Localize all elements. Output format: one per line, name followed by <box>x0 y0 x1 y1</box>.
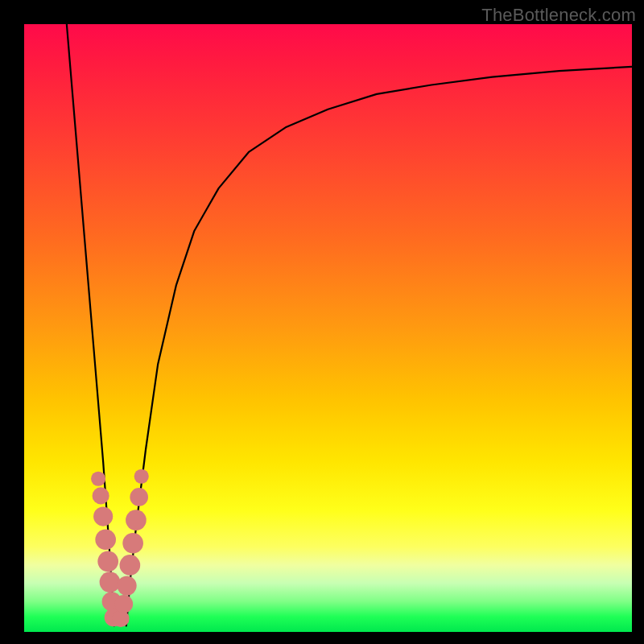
marker-dot <box>118 576 137 596</box>
marker-dot <box>93 487 109 504</box>
marker-dot <box>120 555 141 576</box>
marker-dot <box>122 533 143 554</box>
right-branch-curve <box>126 67 632 626</box>
watermark-text: TheBottleneck.com <box>481 5 636 26</box>
marker-dot <box>93 506 113 526</box>
marker-dot <box>95 529 116 550</box>
marker-dot <box>97 551 118 572</box>
marker-dot <box>115 595 134 613</box>
chart-frame: TheBottleneck.com <box>0 0 644 644</box>
marker-cluster <box>91 469 149 627</box>
marker-dot <box>126 510 147 530</box>
chart-svg <box>24 24 632 632</box>
marker-dot <box>130 488 148 506</box>
marker-dot <box>134 469 149 484</box>
marker-dot <box>91 472 105 486</box>
plot-area <box>24 24 632 632</box>
marker-dot <box>100 572 121 592</box>
